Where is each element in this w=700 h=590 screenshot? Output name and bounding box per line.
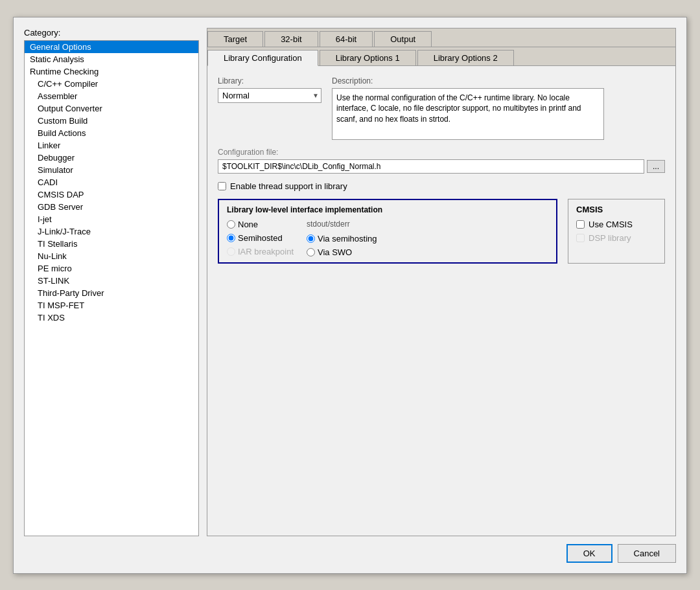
group-box: Library low-level interface implementati… — [218, 199, 557, 264]
sidebar-item-st-link[interactable]: ST-LINK — [25, 275, 198, 287]
content-area: Library: NormalFullCustom ▼ Description:… — [207, 66, 675, 536]
dsp-library-checkbox[interactable] — [576, 234, 585, 242]
sidebar-item-nu-link[interactable]: Nu-Link — [25, 250, 198, 262]
sidebar-item-assembler[interactable]: Assembler — [25, 90, 198, 102]
radio-none[interactable] — [227, 220, 235, 229]
tab-output[interactable]: Output — [374, 31, 432, 47]
radio-via-semihosting-row: Via semihosting — [307, 234, 377, 244]
sidebar-item-ti-xds[interactable]: TI XDS — [25, 312, 198, 324]
config-file-row: ... — [218, 159, 665, 174]
config-file-section: Configuration file: ... — [218, 148, 665, 174]
radio-via-swo[interactable] — [307, 248, 315, 256]
library-select-wrapper: NormalFullCustom ▼ — [218, 88, 321, 103]
category-label: Category: — [24, 28, 199, 38]
use-cmsis-row: Use CMSIS — [576, 220, 657, 229]
description-label: Description: — [332, 76, 604, 85]
tab-library-options-2[interactable]: Library Options 2 — [417, 50, 514, 65]
sidebar-item-pe-micro[interactable]: PE micro — [25, 262, 198, 275]
config-file-input[interactable] — [218, 159, 644, 174]
tab-library-configuration[interactable]: Library Configuration — [207, 50, 318, 66]
tab-target[interactable]: Target — [207, 31, 263, 47]
library-select[interactable]: NormalFullCustom — [218, 88, 321, 103]
dialog-footer: OK Cancel — [24, 536, 676, 563]
cmsis-group: CMSIS Use CMSIS DSP library — [568, 199, 665, 264]
radio-semihosted-label[interactable]: Semihosted — [238, 233, 283, 243]
browse-button[interactable]: ... — [647, 160, 665, 173]
enable-thread-row: Enable thread support in library — [218, 181, 665, 191]
library-col: Library: NormalFullCustom ▼ — [218, 76, 321, 140]
tab-32bit[interactable]: 32-bit — [264, 31, 318, 47]
radio-via-swo-label[interactable]: Via SWO — [318, 247, 352, 257]
radio-via-swo-row: Via SWO — [307, 247, 377, 257]
radio-semihosted-row: Semihosted — [227, 233, 294, 243]
sidebar-item-gdb-server[interactable]: GDB Server — [25, 201, 198, 213]
sidebar-item-cmsis-dap[interactable]: CMSIS DAP — [25, 188, 198, 201]
library-row: Library: NormalFullCustom ▼ Description:… — [218, 76, 665, 140]
radio-none-label[interactable]: None — [238, 220, 258, 229]
radio-col-left: None Semihosted IAR breakpoint — [227, 220, 294, 257]
sidebar-item-jlink-jtrace[interactable]: J-Link/J-Trace — [25, 225, 198, 238]
group-title: Library low-level interface implementati… — [227, 205, 548, 214]
right-panel: Target32-bit64-bitOutput Library Configu… — [207, 28, 676, 536]
sidebar-item-build-actions[interactable]: Build Actions — [25, 127, 198, 139]
sidebar-item-output-converter[interactable]: Output Converter — [25, 102, 198, 115]
enable-thread-checkbox[interactable] — [218, 182, 226, 190]
radio-via-semihosting[interactable] — [307, 234, 315, 243]
cmsis-title: CMSIS — [576, 205, 657, 214]
tabs-row-1: Target32-bit64-bitOutput — [207, 28, 675, 47]
tab-64bit[interactable]: 64-bit — [320, 31, 373, 47]
dsp-library-label: DSP library — [589, 233, 631, 243]
cancel-button[interactable]: Cancel — [618, 544, 676, 563]
sidebar-item-debugger[interactable]: Debugger — [25, 152, 198, 164]
description-col: Description: Use the normal configuratio… — [332, 76, 604, 140]
description-box: Use the normal configuration of the C/C+… — [332, 88, 604, 140]
sidebar-item-runtime-checking[interactable]: Runtime Checking — [25, 65, 198, 78]
radio-iar-breakpoint-row: IAR breakpoint — [227, 247, 294, 256]
sidebar-item-ti-msp-fet[interactable]: TI MSP-FET — [25, 299, 198, 312]
sidebar-item-linker[interactable]: Linker — [25, 139, 198, 152]
tabs-row-2: Library ConfigurationLibrary Options 1Li… — [207, 47, 675, 66]
category-list: General OptionsStatic AnalysisRuntime Ch… — [24, 40, 199, 536]
radio-iar-breakpoint[interactable] — [227, 247, 235, 256]
sidebar-item-i-jet[interactable]: I-jet — [25, 213, 198, 225]
dsp-library-row: DSP library — [576, 233, 657, 243]
radio-via-semihosting-label[interactable]: Via semihosting — [318, 234, 377, 244]
dialog: Category: General OptionsStatic Analysis… — [13, 17, 687, 574]
tab-library-options-1[interactable]: Library Options 1 — [320, 50, 416, 65]
radio-iar-breakpoint-label: IAR breakpoint — [238, 247, 294, 256]
sidebar-item-cadi[interactable]: CADI — [25, 176, 198, 188]
sidebar-item-cpp-compiler[interactable]: C/C++ Compiler — [25, 78, 198, 90]
sidebar-item-simulator[interactable]: Simulator — [25, 164, 198, 176]
radio-semihosted[interactable] — [227, 234, 235, 242]
use-cmsis-label[interactable]: Use CMSIS — [589, 220, 633, 229]
use-cmsis-checkbox[interactable] — [576, 220, 585, 229]
sidebar-item-ti-stellaris[interactable]: TI Stellaris — [25, 238, 198, 250]
sidebar-item-general-options[interactable]: General Options — [25, 41, 198, 53]
sidebar-item-static-analysis[interactable]: Static Analysis — [25, 53, 198, 65]
radio-none-row: None — [227, 220, 294, 229]
sidebar-item-custom-build[interactable]: Custom Build — [25, 115, 198, 127]
enable-thread-label[interactable]: Enable thread support in library — [230, 181, 347, 191]
library-label: Library: — [218, 76, 321, 85]
radio-col-right: stdout/stderr Via semihosting Via SWO — [307, 220, 377, 257]
config-file-label: Configuration file: — [218, 148, 665, 157]
main-cols: Library low-level interface implementati… — [218, 199, 665, 264]
sidebar-item-third-party-driver[interactable]: Third-Party Driver — [25, 287, 198, 299]
left-panel: Category: General OptionsStatic Analysis… — [24, 28, 199, 536]
ok-button[interactable]: OK — [566, 544, 612, 563]
stdout-section-label: stdout/stderr — [307, 220, 377, 229]
